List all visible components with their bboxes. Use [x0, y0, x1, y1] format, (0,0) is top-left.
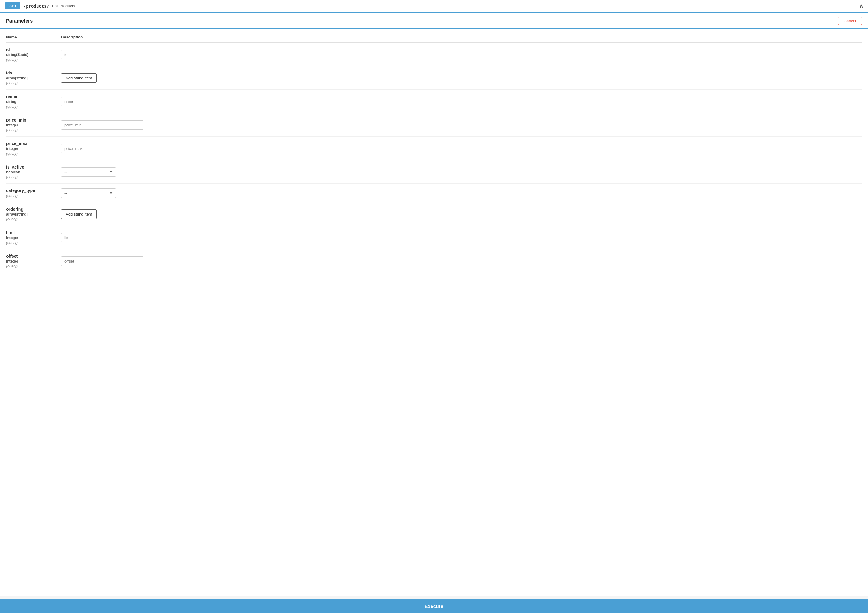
parameters-header: Parameters Cancel — [0, 12, 868, 29]
param-input-cell: --truefalse — [61, 167, 862, 177]
param-row: is_activeboolean(query)--truefalse — [6, 160, 862, 184]
param-row: idsarray[string](query)Add string item — [6, 66, 862, 90]
param-input-offset[interactable] — [61, 256, 143, 266]
page-wrapper: GET /products/ List Products ∧ Parameter… — [0, 0, 868, 613]
param-name: id — [6, 47, 61, 52]
param-type: boolean — [6, 170, 61, 174]
param-row: orderingarray[string](query)Add string i… — [6, 202, 862, 226]
param-select-category_type[interactable]: -- — [61, 188, 116, 198]
param-type: string($uuid) — [6, 53, 61, 57]
add-item-button-ids[interactable]: Add string item — [61, 73, 97, 83]
param-type: integer — [6, 123, 61, 127]
param-name-cell: idstring($uuid)(query) — [6, 47, 61, 62]
param-input-name[interactable] — [61, 97, 143, 106]
add-item-button-ordering[interactable]: Add string item — [61, 210, 97, 219]
param-name: offset — [6, 254, 61, 259]
param-type: integer — [6, 259, 61, 264]
param-type: array[string] — [6, 76, 61, 80]
param-input-cell: -- — [61, 188, 862, 198]
param-input-cell: Add string item — [61, 210, 862, 219]
param-row: offsetinteger(query) — [6, 250, 862, 273]
param-row: idstring($uuid)(query) — [6, 43, 862, 66]
col-name-header: Name — [6, 35, 61, 39]
parameters-section: Parameters Cancel Name Description idstr… — [0, 12, 868, 596]
param-location: (query) — [6, 104, 61, 109]
endpoint-description: List Products — [52, 4, 75, 8]
param-type: integer — [6, 236, 61, 240]
endpoint-path: /products/ — [23, 4, 49, 9]
param-location: (query) — [6, 128, 61, 132]
param-type: integer — [6, 146, 61, 151]
param-name: ordering — [6, 207, 61, 211]
method-badge: GET — [5, 2, 20, 9]
param-input-cell — [61, 97, 862, 106]
param-name: category_type — [6, 188, 61, 193]
param-location: (query) — [6, 241, 61, 245]
param-location: (query) — [6, 264, 61, 268]
param-name: price_max — [6, 141, 61, 146]
parameters-title: Parameters — [6, 18, 33, 24]
params-table: Name Description idstring($uuid)(query)i… — [0, 32, 868, 273]
param-location: (query) — [6, 57, 61, 62]
param-input-cell — [61, 233, 862, 242]
table-header-row: Name Description — [6, 32, 862, 43]
endpoint-path-text: /products/ — [23, 4, 49, 9]
param-input-price_min[interactable] — [61, 120, 143, 130]
param-name: ids — [6, 70, 61, 75]
param-name: name — [6, 94, 61, 99]
param-rows-container: idstring($uuid)(query)idsarray[string](q… — [6, 43, 862, 273]
param-type: string — [6, 99, 61, 104]
param-name-cell: price_maxinteger(query) — [6, 141, 61, 156]
param-name-cell: category_type(query) — [6, 188, 61, 198]
execute-label: Execute — [425, 604, 443, 609]
param-name-cell: namestring(query) — [6, 94, 61, 109]
param-input-id[interactable] — [61, 50, 143, 59]
param-name: limit — [6, 230, 61, 235]
param-row: price_mininteger(query) — [6, 113, 862, 137]
param-input-cell — [61, 144, 862, 153]
param-name-cell: orderingarray[string](query) — [6, 207, 61, 221]
param-name: is_active — [6, 165, 61, 169]
param-row: category_type(query)-- — [6, 184, 862, 202]
param-input-cell — [61, 50, 862, 59]
param-location: (query) — [6, 151, 61, 156]
execute-bar[interactable]: Execute — [0, 599, 868, 613]
param-input-cell: Add string item — [61, 73, 862, 83]
param-input-cell — [61, 120, 862, 130]
param-name-cell: price_mininteger(query) — [6, 118, 61, 132]
param-name-cell: idsarray[string](query) — [6, 70, 61, 85]
param-type: array[string] — [6, 212, 61, 216]
param-input-price_max[interactable] — [61, 144, 143, 153]
param-name-cell: is_activeboolean(query) — [6, 165, 61, 179]
param-name-cell: offsetinteger(query) — [6, 254, 61, 268]
param-name-cell: limitinteger(query) — [6, 230, 61, 245]
col-description-header: Description — [61, 35, 862, 39]
param-row: namestring(query) — [6, 90, 862, 113]
collapse-icon[interactable]: ∧ — [859, 3, 863, 9]
param-location: (query) — [6, 175, 61, 179]
param-input-limit[interactable] — [61, 233, 143, 242]
param-row: price_maxinteger(query) — [6, 137, 862, 160]
param-name: price_min — [6, 118, 61, 123]
param-select-is_active[interactable]: --truefalse — [61, 167, 116, 177]
param-row: limitinteger(query) — [6, 226, 862, 250]
param-location: (query) — [6, 81, 61, 85]
param-input-cell — [61, 256, 862, 266]
param-location: (query) — [6, 194, 61, 198]
cancel-button[interactable]: Cancel — [838, 17, 862, 25]
param-location: (query) — [6, 217, 61, 221]
header-bar: GET /products/ List Products ∧ — [0, 0, 868, 12]
